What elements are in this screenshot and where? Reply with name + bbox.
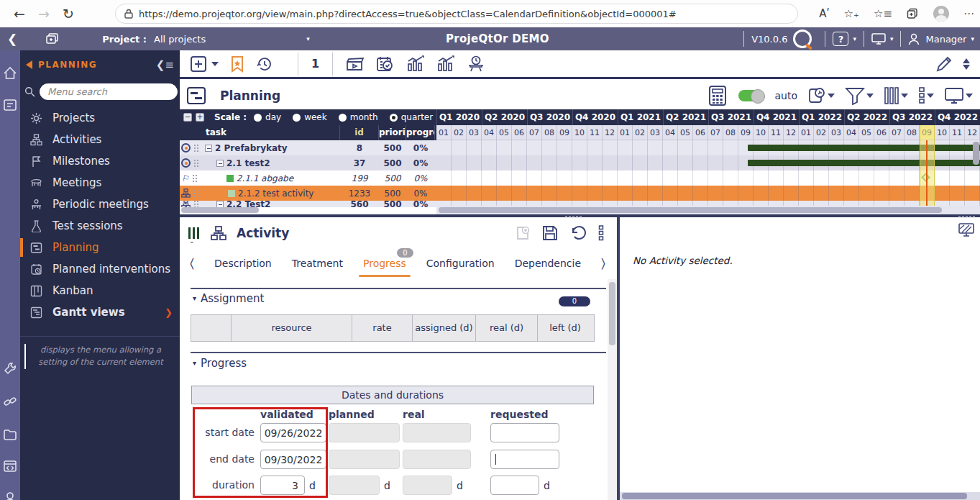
gantt-chart[interactable]: − + Scale : dayweekmonthquarter Q1 2020Q… (180, 109, 980, 214)
filter-button[interactable] (845, 86, 874, 105)
documents-icon[interactable] (3, 427, 17, 442)
add-item-button[interactable] (190, 55, 219, 73)
browser-refresh-button[interactable]: ↻ (56, 6, 81, 22)
sidebar-item-activities[interactable]: Activities (20, 129, 180, 150)
task-row[interactable]: 2.2 Test25605000% (180, 201, 436, 207)
project-select[interactable]: All projects (154, 34, 206, 45)
splitter-grip[interactable] (564, 215, 583, 217)
task-row[interactable]: ⚐2.1.1 abgabe1995000% (180, 171, 436, 186)
read-aloud-icon[interactable]: Aʹ (819, 7, 829, 20)
gantt-row[interactable] (436, 186, 980, 201)
sidebar-item-gantt-views[interactable]: Gantt views❯ (20, 301, 180, 323)
gantt-row[interactable] (436, 171, 980, 186)
menu-search-input[interactable] (40, 83, 178, 100)
screen-mode-button[interactable] (944, 87, 973, 104)
home-icon[interactable] (3, 66, 17, 81)
display-icon[interactable] (871, 33, 886, 45)
scale-radio-quarter[interactable]: quarter (390, 112, 434, 122)
gantt-row[interactable] (436, 140, 980, 155)
scale-radio-week[interactable]: week (293, 112, 327, 122)
url-bar[interactable]: https://demo.projeqtor.org/view/main.php… (115, 4, 798, 24)
add-item-caret-icon[interactable] (211, 62, 219, 66)
help-button[interactable]: ? (833, 32, 848, 46)
duration-validated-input[interactable] (260, 476, 305, 495)
collapse-box-icon[interactable] (216, 201, 224, 207)
links-icon[interactable] (3, 394, 17, 409)
resize-panel-arrows[interactable] (963, 58, 970, 70)
tools-icon[interactable] (3, 361, 17, 376)
edit-pencil-icon[interactable] (935, 55, 953, 73)
duration-requested-input[interactable] (490, 476, 539, 495)
calculate-icon[interactable] (707, 85, 728, 106)
scale-radio-day[interactable]: day (254, 112, 281, 122)
favorites-bar-icon[interactable]: ☆≡ (874, 7, 892, 20)
collapse-box-icon[interactable] (205, 145, 212, 152)
drag-handle-icon[interactable] (193, 189, 199, 198)
sidebar-item-planned-interventions[interactable]: Planned interventions (20, 258, 180, 280)
drag-handle-icon[interactable] (193, 201, 199, 207)
drag-handle-icon[interactable] (192, 174, 198, 183)
sidebar-item-meetings[interactable]: Meetings (20, 172, 180, 194)
gantt-bar[interactable] (748, 145, 980, 151)
table-hscrollbar[interactable] (181, 207, 259, 213)
splitter-grip-right[interactable] (958, 215, 976, 217)
start-date-validated-input[interactable] (260, 423, 326, 442)
collapse-box-icon[interactable] (216, 160, 224, 167)
column-header-progress[interactable]: progress (406, 125, 435, 140)
scale-radio-month[interactable]: month (339, 112, 378, 122)
browser-back-button[interactable]: ← (7, 6, 32, 22)
bookmark-button[interactable] (230, 55, 244, 73)
developer-icon[interactable] (3, 459, 17, 473)
gantt-bar[interactable] (748, 160, 980, 166)
global-chart-button[interactable] (436, 55, 455, 73)
task-row[interactable]: 2 Prefabrykaty85000% (180, 140, 436, 155)
resource-chart-button[interactable] (406, 55, 425, 73)
header-back-icon[interactable]: ❮ (7, 32, 17, 46)
project-caret-icon[interactable]: ▾ (306, 35, 310, 42)
column-header-id[interactable]: id (340, 125, 379, 140)
reports-icon[interactable] (3, 98, 17, 112)
browser-profile-avatar[interactable] (933, 6, 949, 22)
task-row[interactable]: 2.1 test2375000% (180, 155, 436, 171)
section-back-icon[interactable] (26, 60, 32, 69)
right-panel-hscrollbar[interactable] (622, 493, 967, 499)
history-button[interactable] (256, 55, 273, 73)
drag-handle-icon[interactable] (193, 159, 199, 168)
column-header-task[interactable]: task (180, 125, 340, 140)
meeting-clock-button[interactable] (467, 55, 485, 73)
sidebar-item-periodic-meetings[interactable]: Periodic meetings (20, 194, 180, 215)
calendar-check-button[interactable] (376, 55, 395, 73)
end-date-validated-input[interactable] (260, 450, 326, 469)
sidebar-item-test-sessions[interactable]: Test sessions (20, 215, 180, 237)
gantt-hscrollbar[interactable] (439, 207, 942, 213)
sidebar-item-projects[interactable]: Projects (20, 107, 180, 129)
more-options-button[interactable] (918, 86, 934, 105)
user-icon[interactable] (908, 33, 920, 45)
task-row[interactable]: 2.1.2 test activity12335000% (180, 186, 436, 201)
panel-display-icon[interactable] (958, 223, 974, 237)
gantt-expand-all-button[interactable]: + (196, 113, 204, 122)
video-meeting-button[interactable] (346, 55, 365, 73)
gantt-row[interactable] (436, 155, 980, 171)
sidebar-item-planning[interactable]: Planning (20, 237, 180, 258)
add-favorite-icon[interactable]: ☆₊ (844, 7, 859, 20)
late-tasks-button[interactable] (807, 86, 835, 105)
browser-forward-button[interactable]: → (32, 6, 56, 22)
start-date-requested-input[interactable] (490, 423, 559, 442)
end-date-requested-input[interactable] (490, 450, 559, 469)
browser-menu-icon[interactable]: ⋯ (963, 7, 974, 20)
sidebar-collapse-icon[interactable]: ❮≡ (156, 58, 174, 71)
new-window-icon[interactable] (46, 33, 59, 45)
collections-icon[interactable] (907, 8, 919, 20)
column-header-priority[interactable]: priority (379, 125, 406, 140)
activity-vscrollbar[interactable] (609, 282, 615, 345)
drag-handle-icon[interactable] (193, 144, 199, 153)
sidebar-item-milestones[interactable]: Milestones (20, 150, 180, 172)
gantt-vscrollbar[interactable] (973, 142, 979, 165)
sidebar-item-kanban[interactable]: Kanban (20, 280, 180, 301)
gantt-collapse-all-button[interactable]: − (183, 113, 192, 122)
auto-toggle[interactable] (738, 90, 764, 101)
user-name[interactable]: Manager (925, 34, 966, 45)
user-caret-icon[interactable]: ▾ (971, 35, 974, 42)
columns-button[interactable] (884, 86, 908, 105)
